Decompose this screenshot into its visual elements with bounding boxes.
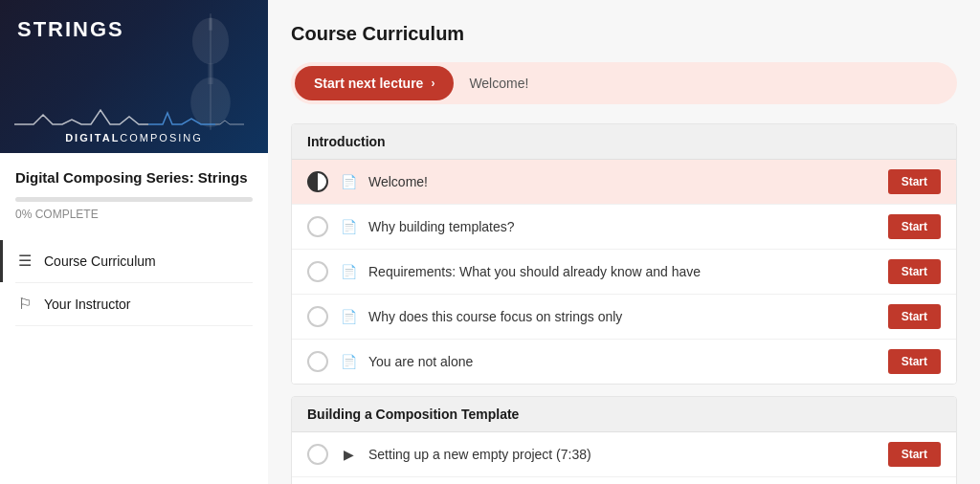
start-next-label: Start next lecture	[314, 76, 423, 91]
lesson-row: 📄 Why does this course focus on strings …	[292, 295, 956, 340]
course-title: Digital Composing Series: Strings	[15, 168, 253, 187]
section-header-building: Building a Composition Template	[292, 397, 956, 432]
doc-icon: 📄	[340, 173, 357, 190]
brand-bold: DIGITAL	[65, 132, 120, 143]
lesson-row: ▶ Setting up a new empty project (7:38) …	[292, 432, 956, 477]
progress-label: 0% COMPLETE	[15, 208, 253, 221]
progress-percent: 0%	[15, 208, 32, 221]
section-building: Building a Composition Template ▶ Settin…	[291, 396, 957, 484]
start-button[interactable]: Start	[888, 259, 941, 284]
progress-bar-container	[15, 197, 253, 202]
lesson-title: Welcome!	[368, 174, 877, 189]
lesson-title: You are not alone	[368, 354, 877, 369]
lesson-check-icon	[307, 261, 328, 282]
section-header-introduction: Introduction	[292, 124, 956, 160]
video-icon: ▶	[340, 446, 357, 463]
nav-item-curriculum[interactable]: ☰ Course Curriculum	[15, 240, 253, 283]
lesson-check-icon	[307, 351, 328, 372]
lesson-row: 📄 Welcome! Start	[292, 160, 956, 205]
lesson-row: 📄 Why building templates? Start	[292, 205, 956, 250]
lesson-check-icon	[307, 171, 328, 192]
lesson-title: Setting up a new empty project (7:38)	[368, 447, 877, 462]
user-icon: ⚐	[15, 295, 34, 314]
lesson-row: 📄 You are not alone Start	[292, 340, 956, 384]
doc-icon: 📄	[340, 218, 357, 235]
start-button[interactable]: Start	[888, 442, 941, 467]
lesson-check-icon	[307, 306, 328, 327]
nav-item-instructor[interactable]: ⚐ Your Instructor	[15, 283, 253, 326]
start-next-button[interactable]: Start next lecture ›	[295, 66, 454, 100]
sidebar: STRINGS DIGITALCOMPOSING Digital Composi…	[0, 0, 268, 484]
sidebar-info: Digital Composing Series: Strings 0% COM…	[0, 153, 268, 484]
brand-sub: DIGITALCOMPOSING	[65, 132, 203, 143]
start-button[interactable]: Start	[888, 214, 941, 239]
list-icon: ☰	[15, 252, 34, 271]
doc-icon: 📄	[340, 263, 357, 280]
main-content: Course Curriculum Start next lecture › W…	[268, 0, 980, 484]
wave-icon	[14, 105, 244, 134]
doc-icon: 📄	[340, 353, 357, 370]
lesson-row: 📄 Requirements: What you should already …	[292, 250, 956, 295]
start-button[interactable]: Start	[888, 304, 941, 329]
lesson-title: Requirements: What you should already kn…	[368, 264, 877, 279]
progress-suffix: COMPLETE	[32, 208, 98, 221]
page-title: Course Curriculum	[291, 23, 957, 45]
start-next-row: Start next lecture › Welcome!	[291, 62, 957, 104]
nav-label-curriculum: Course Curriculum	[44, 253, 156, 269]
lesson-title: Why does this course focus on strings on…	[368, 309, 877, 324]
lesson-title: Why building templates?	[368, 219, 877, 234]
nav-label-instructor: Your Instructor	[44, 297, 131, 312]
lesson-row: ▶ Adding the main busses (6:32) Start	[292, 477, 956, 484]
sidebar-hero: STRINGS DIGITALCOMPOSING	[0, 0, 268, 153]
doc-icon: 📄	[340, 308, 357, 325]
section-introduction: Introduction 📄 Welcome! Start 📄 Why buil…	[291, 123, 957, 385]
lesson-check-icon	[307, 216, 328, 237]
next-lecture-name: Welcome!	[454, 76, 544, 91]
brand-normal: COMPOSING	[120, 132, 202, 143]
lesson-check-icon	[307, 444, 328, 465]
brand-title: STRINGS	[17, 17, 124, 42]
start-button[interactable]: Start	[888, 349, 941, 374]
chevron-right-icon: ›	[431, 77, 434, 90]
start-button[interactable]: Start	[888, 169, 941, 194]
